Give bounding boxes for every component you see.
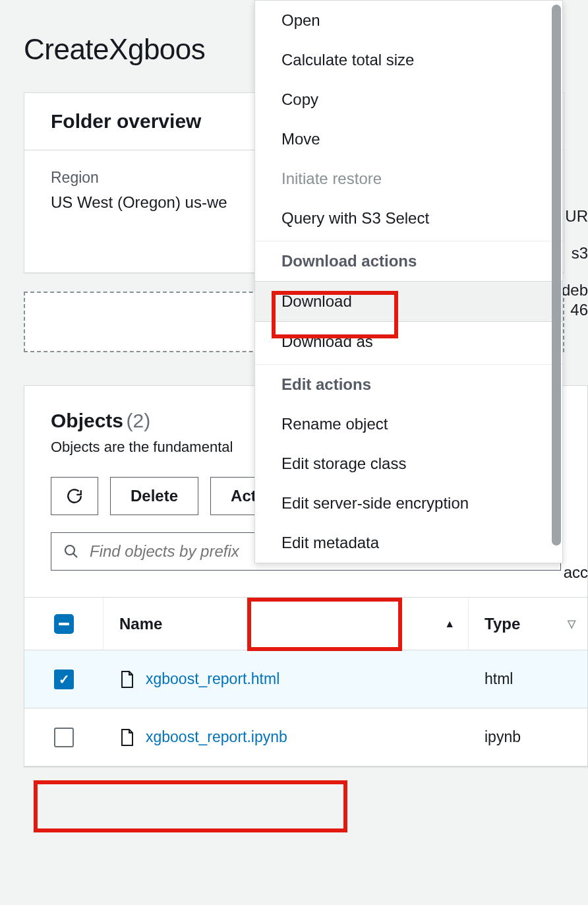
refresh-button[interactable] [51, 477, 98, 515]
row-checkbox[interactable] [54, 728, 74, 747]
checkbox-indeterminate[interactable] [54, 614, 74, 634]
dropdown-section-header: Download actions [255, 241, 562, 281]
table-row[interactable]: xgboost_report.ipynb ipynb [24, 708, 587, 766]
svg-point-0 [65, 546, 74, 555]
delete-button[interactable]: Delete [110, 477, 198, 515]
name-column-header[interactable]: Name ▲ [103, 598, 469, 650]
highlight-box [34, 780, 347, 832]
sort-icon: ▽ [568, 617, 575, 630]
object-type: html [469, 670, 587, 688]
objects-table: Name ▲ Type ▽ ✓ xgboost_report.html html [24, 597, 587, 766]
dropdown-item[interactable]: Copy [255, 80, 562, 119]
dropdown-item[interactable]: Rename object [255, 404, 562, 444]
table-header-row: Name ▲ Type ▽ [24, 598, 587, 650]
dropdown-item[interactable]: Open [255, 1, 562, 40]
name-column-label: Name [119, 615, 162, 633]
select-all-header[interactable] [24, 598, 103, 650]
dropdown-item[interactable]: Edit metadata [255, 523, 562, 563]
cutoff-text: s3 [572, 244, 588, 263]
object-name-link[interactable]: xgboost_report.html [146, 670, 279, 688]
dropdown-item[interactable]: Download as [255, 322, 562, 361]
table-row[interactable]: ✓ xgboost_report.html html [24, 650, 587, 708]
cutoff-text: acc [564, 563, 588, 582]
type-column-header[interactable]: Type ▽ [469, 598, 587, 650]
row-checkbox[interactable]: ✓ [54, 670, 74, 689]
dropdown-item[interactable]: Edit server-side encryption [255, 484, 562, 523]
dropdown-item[interactable]: Calculate total size [255, 40, 562, 80]
objects-title: Objects [51, 410, 123, 431]
cutoff-text: deb [562, 281, 588, 299]
dropdown-item[interactable]: Query with S3 Select [255, 199, 562, 238]
dropdown-item[interactable]: Move [255, 119, 562, 159]
dropdown-item[interactable]: Download [255, 281, 562, 322]
dropdown-section-header: Edit actions [255, 364, 562, 404]
actions-dropdown: OpenCalculate total sizeCopyMoveInitiate… [254, 0, 563, 563]
svg-line-1 [73, 553, 77, 557]
refresh-icon [66, 487, 83, 505]
sort-asc-icon: ▲ [444, 618, 455, 630]
cutoff-text: UR [565, 207, 588, 226]
objects-count: (2) [127, 410, 151, 431]
type-column-label: Type [485, 615, 520, 633]
file-icon [119, 728, 135, 747]
cutoff-text: 46 [570, 301, 588, 319]
file-icon [119, 670, 135, 689]
search-icon [63, 544, 79, 559]
object-type: ipynb [469, 728, 587, 746]
dropdown-item[interactable]: Edit storage class [255, 444, 562, 484]
dropdown-item: Initiate restore [255, 159, 562, 199]
object-name-link[interactable]: xgboost_report.ipynb [146, 728, 287, 746]
scrollbar[interactable] [552, 5, 561, 546]
